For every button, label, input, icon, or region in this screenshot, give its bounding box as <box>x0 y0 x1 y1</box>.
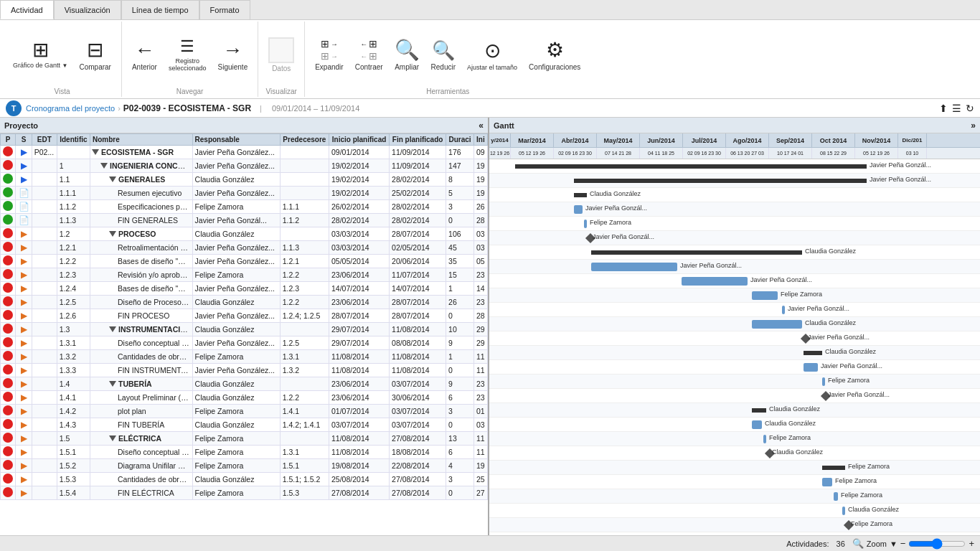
play-cell[interactable]: 📄 <box>16 200 32 214</box>
table-row[interactable]: ▶1.5.4FIN ELÉCTRICAFelipe Zamora1.5.327/… <box>1 486 488 500</box>
table-row[interactable]: ▶P02...ECOSISTEMA - SGRJavier Peña Gonzá… <box>1 146 488 159</box>
play-cell[interactable]: ▶ <box>16 173 32 187</box>
play-cell[interactable]: ▶ <box>16 309 32 323</box>
play-orange-icon[interactable]: ▶ <box>21 229 27 239</box>
collapse-arrow-icon[interactable] <box>109 326 116 332</box>
table-row[interactable]: ▶1.3INSTRUMENTACIÓNClaudia González29/07… <box>1 323 488 336</box>
play-cell[interactable]: ▶ <box>16 405 32 418</box>
table-row[interactable]: ▶1.2.3Revisión y/o aprobación...Felipe Z… <box>1 268 488 282</box>
play-cell[interactable]: 📄 <box>16 187 32 200</box>
play-orange-icon[interactable]: ▶ <box>21 461 27 471</box>
table-row[interactable]: ▶1.2.4Bases de diseño "Rev 0"Javier Peña… <box>1 282 488 296</box>
play-cell[interactable]: ▶ <box>16 146 32 159</box>
play-cell[interactable]: ▶ <box>16 418 32 432</box>
play-cell[interactable]: ▶ <box>16 159 32 173</box>
tab-linea-tiempo[interactable]: Línea de tiempo <box>121 0 199 19</box>
ampliar-button[interactable]: 🔍 Ampliar <box>390 35 424 74</box>
play-orange-icon[interactable]: ▶ <box>21 352 27 362</box>
header-refresh-icon[interactable]: ↻ <box>966 103 974 114</box>
play-orange-icon[interactable]: ▶ <box>21 447 27 457</box>
play-cell[interactable]: ▶ <box>16 486 32 500</box>
play-icon[interactable]: 📄 <box>19 188 29 198</box>
table-row[interactable]: ▶1.4.2plot planFelipe Zamora1.4.101/07/2… <box>1 405 488 418</box>
play-cell[interactable]: ▶ <box>16 350 32 364</box>
zoom-arrow[interactable]: ▼ <box>890 540 897 548</box>
collapse-arrow-icon[interactable] <box>109 381 116 387</box>
play-icon[interactable]: 📄 <box>19 215 29 225</box>
play-blue-icon[interactable]: ▶ <box>21 174 27 184</box>
collapse-arrow-icon[interactable] <box>109 231 116 237</box>
table-row[interactable]: ▶1.3.1Diseño conceptual Ingeni...Javier … <box>1 336 488 350</box>
reducir-button[interactable]: 🔍- Reducir <box>427 36 460 74</box>
play-orange-icon[interactable]: ▶ <box>21 311 27 321</box>
tab-formato[interactable]: Formato <box>199 0 250 19</box>
table-row[interactable]: ▶1.2PROCESOClaudia González03/03/201428/… <box>1 227 488 241</box>
play-blue-icon[interactable]: ▶ <box>21 147 27 157</box>
table-row[interactable]: ▶1.5.3Cantidades de obra gene...Claudia … <box>1 473 488 486</box>
play-orange-icon[interactable]: ▶ <box>21 338 27 348</box>
zoom-minus-icon[interactable]: − <box>900 538 906 549</box>
expandir-button[interactable]: ⊞→ ⊞→ Expandir <box>311 35 347 74</box>
table-row[interactable]: ▶1.1GENERALESClaudia González19/02/20142… <box>1 173 488 187</box>
registro-button[interactable]: ☰ Registroseleccionado <box>164 34 211 75</box>
play-orange-icon[interactable]: ▶ <box>21 433 27 443</box>
play-cell[interactable]: ▶ <box>16 432 32 446</box>
play-cell[interactable]: ▶ <box>16 323 32 336</box>
table-row[interactable]: ▶1.2.2Bases de diseño "Rev B"Javier Peña… <box>1 255 488 268</box>
table-row[interactable]: ▶1.5.1Diseño conceptual Ingeni...Felipe … <box>1 446 488 459</box>
datos-button[interactable]: Datos <box>264 34 298 75</box>
table-row[interactable]: 📄1.1.3FIN GENERALESJavier Peña Gonzál...… <box>1 214 488 227</box>
table-row[interactable]: ▶1.2.5Diseño de Proceso y P&ICClaudia Go… <box>1 296 488 309</box>
table-row[interactable]: ▶1.4TUBERÍAClaudia González23/06/201403/… <box>1 377 488 391</box>
zoom-slider[interactable] <box>908 540 966 548</box>
play-orange-icon[interactable]: ▶ <box>21 324 27 334</box>
play-orange-icon[interactable]: ▶ <box>21 392 27 402</box>
play-cell[interactable]: ▶ <box>16 227 32 241</box>
tab-actividad[interactable]: Actividad <box>0 0 54 19</box>
collapse-arrow-icon[interactable] <box>100 163 108 169</box>
play-orange-icon[interactable]: ▶ <box>21 256 27 266</box>
contraer-button[interactable]: ←⊞ ←⊞ Contraer <box>351 35 387 74</box>
table-row[interactable]: ▶1.2.6FIN PROCESOJavier Peña González...… <box>1 309 488 323</box>
play-cell[interactable]: ▶ <box>16 459 32 473</box>
table-row[interactable]: ▶1.4.1Layout Preliminar (4 Plan...Claudi… <box>1 391 488 405</box>
play-cell[interactable]: ▶ <box>16 336 32 350</box>
table-row[interactable]: 📄1.1.2Especificaciones para la...Felipe … <box>1 200 488 214</box>
play-cell[interactable]: ▶ <box>16 391 32 405</box>
play-orange-icon[interactable]: ▶ <box>21 365 27 375</box>
play-orange-icon[interactable]: ▶ <box>21 420 27 430</box>
collapse-arrow-icon[interactable] <box>109 176 116 182</box>
play-orange-icon[interactable]: ▶ <box>21 242 27 253</box>
play-cell[interactable]: ▶ <box>16 446 32 459</box>
table-row[interactable]: 📄1.1.1Resumen ejecutivoJavier Peña Gonzá… <box>1 187 488 200</box>
tab-visualizacion[interactable]: Visualización <box>54 0 121 19</box>
play-orange-icon[interactable]: ▶ <box>21 270 27 280</box>
play-cell[interactable]: ▶ <box>16 255 32 268</box>
gantt-chart-button[interactable]: ⊞ Gráfico de Gantt ▼ <box>9 37 72 72</box>
panel-collapse-icon[interactable]: « <box>479 121 484 131</box>
ajustar-button[interactable]: ⊙ Ajustar el tamaño <box>463 36 522 74</box>
compare-button[interactable]: ⊟ Comparar <box>75 35 115 74</box>
play-orange-icon[interactable]: ▶ <box>21 283 27 293</box>
table-row[interactable]: ▶1.2.1Retroalimentación Bases...Javier P… <box>1 241 488 255</box>
play-cell[interactable]: ▶ <box>16 296 32 309</box>
collapse-arrow-icon[interactable] <box>92 149 99 155</box>
breadcrumb-project[interactable]: Cronograma del proyecto <box>26 104 115 113</box>
play-cell[interactable]: ▶ <box>16 473 32 486</box>
play-icon[interactable]: 📄 <box>19 202 29 212</box>
play-cell[interactable]: ▶ <box>16 282 32 296</box>
zoom-plus-icon[interactable]: + <box>969 538 974 549</box>
siguiente-button[interactable]: → Siguiente <box>214 36 253 74</box>
table-row[interactable]: ▶1INGENIERIA CONCEPTUAL ACT...Javier Peñ… <box>1 159 488 173</box>
play-cell[interactable]: ▶ <box>16 241 32 255</box>
header-list-icon[interactable]: ☰ <box>952 103 961 114</box>
play-blue-icon[interactable]: ▶ <box>21 161 27 171</box>
table-row[interactable]: ▶1.5.2Diagrama Unifilar Genera...Felipe … <box>1 459 488 473</box>
collapse-arrow-icon[interactable] <box>109 435 116 441</box>
play-orange-icon[interactable]: ▶ <box>21 379 27 389</box>
play-orange-icon[interactable]: ▶ <box>21 297 27 307</box>
play-cell[interactable]: ▶ <box>16 268 32 282</box>
play-orange-icon[interactable]: ▶ <box>21 406 27 416</box>
play-orange-icon[interactable]: ▶ <box>21 488 27 498</box>
gantt-expand-icon[interactable]: » <box>971 121 976 131</box>
